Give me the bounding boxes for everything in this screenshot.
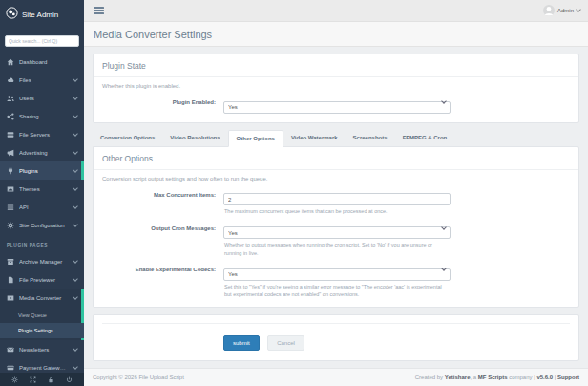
copyright-text: Copyright © 2026 File Upload Script (93, 375, 184, 380)
sidebar-item-site-configuration[interactable]: Site Configuration (0, 216, 84, 234)
field-label: Output Cron Messages: (102, 222, 223, 258)
home-icon (7, 58, 14, 66)
file-icon (7, 276, 14, 284)
max-concurrent-items-input[interactable] (223, 193, 451, 205)
sidebar-item-files[interactable]: Files (0, 71, 84, 89)
sidebar-bottom-power-icon[interactable] (66, 376, 73, 383)
tab-other-options[interactable]: Other Options (228, 130, 284, 147)
chevron-down-icon (73, 346, 78, 352)
tab-screenshots[interactable]: Screenshots (346, 130, 395, 146)
plugin-state-description: Whether this plugin is enabled. (94, 77, 578, 94)
sidebar-item-label: Site Configuration (19, 223, 69, 228)
logo: Site Admin (0, 0, 84, 27)
chevron-down-icon (73, 131, 78, 137)
app-root: Site Admin DashboardFilesUsersSharingFil… (0, 0, 588, 386)
gear-icon (11, 376, 18, 383)
output-cron-messages-select[interactable]: Yes (223, 226, 451, 239)
sidebar-item-archive-manager[interactable]: Archive Manager (0, 252, 84, 270)
brand-link[interactable]: MF Scripts (478, 375, 508, 380)
sidebar-subitem-view-queue[interactable]: View Queue (0, 308, 84, 323)
sidebar-item-file-servers[interactable]: File Servers (0, 125, 84, 143)
sidebar-bottom-bar (0, 373, 84, 386)
sidebar-bottom-expand-arrows-icon[interactable] (30, 376, 36, 383)
page-title: Media Converter Settings (84, 22, 588, 47)
plugin-state-card: Plugin State Whether this plugin is enab… (93, 54, 579, 123)
sidebar-item-file-previewer[interactable]: File Previewer (0, 270, 84, 289)
sidebar-nav: DashboardFilesUsersSharingFile ServersAd… (0, 53, 84, 373)
cogs-logo-icon (6, 6, 18, 23)
sidebar-item-sharing[interactable]: Sharing (0, 107, 84, 125)
sidebar-item-media-converter[interactable]: Media Converter (0, 289, 84, 307)
tab-video-resolutions[interactable]: Video Resolutions (162, 130, 227, 146)
submit-button[interactable]: submit (223, 335, 260, 351)
form-actions-card: submit Cancel (93, 314, 579, 361)
plugin-state-title: Plugin State (94, 54, 578, 77)
enable-experimental-codecs-select[interactable]: Yes (223, 268, 451, 281)
tab-video-watermark[interactable]: Video Watermark (284, 130, 346, 146)
expand-arrows-icon (30, 376, 36, 383)
credits: Created by Yetishare, a MF Scripts compa… (415, 375, 579, 380)
content: Plugin State Whether this plugin is enab… (84, 47, 588, 368)
gear-icon (7, 222, 14, 229)
created-by-text: Created by (415, 375, 445, 380)
megaphone-icon (7, 149, 14, 157)
chevron-down-icon (73, 258, 78, 264)
chevron-down-icon (73, 222, 78, 227)
sidebar-item-label: Advertising (19, 150, 69, 156)
plugin-enabled-select[interactable]: Yes (223, 101, 451, 114)
chevron-down-icon (73, 167, 78, 173)
form-row-output-cron-messages: Output Cron Messages:YesWhether to outpu… (94, 220, 578, 262)
other-options-card: Other Options Conversion script output s… (93, 146, 579, 308)
sidebar-item-advertising[interactable]: Advertising (0, 143, 84, 161)
vendor-link[interactable]: Yetishare (445, 375, 471, 380)
cloud-icon (7, 76, 14, 84)
sidebar-item-label: File Servers (19, 132, 69, 138)
field-label: Max Concurrent Items: (102, 188, 223, 216)
server-icon (7, 131, 14, 139)
field-help: The maximum concurrent queue items that … (223, 205, 451, 216)
share-icon (7, 113, 14, 120)
sidebar-bottom-lock-icon[interactable] (48, 376, 54, 383)
film-icon (7, 294, 14, 302)
company-suffix-text: company (507, 375, 532, 380)
sidebar-bottom-gear-icon[interactable] (11, 376, 18, 383)
sidebar-item-label: Themes (19, 186, 69, 192)
sidebar-item-label: Media Converter (19, 295, 69, 301)
chevron-down-icon (73, 149, 78, 155)
sidebar-item-payment-gateways[interactable]: Payment Gateways (0, 358, 84, 373)
sidebar-item-newsletters[interactable]: Newsletters (0, 340, 84, 358)
company-mid-text: , a (470, 375, 477, 380)
other-options-title: Other Options (94, 147, 578, 170)
other-options-description: Conversion script output settings and ho… (94, 170, 578, 186)
sidebar-item-label: Sharing (19, 114, 69, 119)
hamburger-menu-icon[interactable] (92, 5, 106, 17)
form-row-plugin-enabled: Plugin Enabled:Yes (94, 94, 578, 118)
sidebar-item-label: Dashboard (19, 59, 77, 65)
tab-conversion-options[interactable]: Conversion Options (93, 130, 162, 146)
chevron-down-icon (73, 76, 78, 82)
sidebar-item-users[interactable]: Users (0, 89, 84, 107)
credit-card-icon (7, 364, 14, 372)
sidebar-item-label: Payment Gateways (19, 365, 69, 371)
sidebar-item-label: Archive Manager (19, 259, 69, 265)
logo-text: Site Admin (22, 11, 58, 19)
sidebar-subitem-plugin-settings[interactable]: Plugin Settings (0, 323, 84, 338)
envelope-icon (7, 346, 14, 354)
form-actions: submit Cancel (102, 323, 570, 353)
quick-search-input[interactable] (5, 35, 79, 47)
support-link[interactable]: Support (557, 375, 579, 380)
user-menu[interactable]: Admin (543, 5, 580, 16)
sidebar-item-label: Files (19, 77, 69, 83)
field-help: Set this to "Yes" if you're seeing a sim… (223, 281, 451, 299)
topbar: Admin (84, 0, 588, 22)
form-row-max-concurrent-items: Max Concurrent Items:The maximum concurr… (94, 186, 578, 220)
sidebar-item-label: API (19, 204, 69, 210)
sidebar-item-plugins[interactable]: Plugins (0, 161, 84, 180)
person-icon (543, 5, 555, 16)
tab-ffmpeg-cron[interactable]: FFMPEG & Cron (395, 130, 455, 146)
sidebar-item-dashboard[interactable]: Dashboard (0, 53, 84, 71)
chevron-down-icon (73, 185, 78, 191)
cancel-button[interactable]: Cancel (267, 335, 304, 351)
sidebar-item-themes[interactable]: Themes (0, 180, 84, 198)
sidebar-item-api[interactable]: API (0, 198, 84, 216)
